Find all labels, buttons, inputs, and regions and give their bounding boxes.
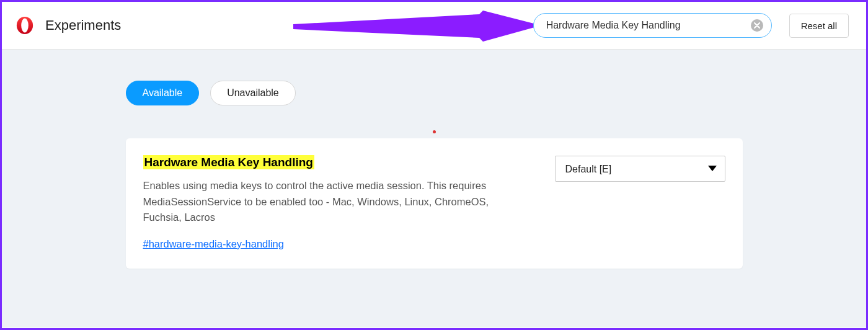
page-title: Experiments <box>45 17 121 33</box>
search-input[interactable] <box>533 13 772 38</box>
svg-point-1 <box>21 19 29 33</box>
tab-unavailable[interactable]: Unavailable <box>210 81 296 105</box>
annotation-dot-icon <box>433 130 436 133</box>
flag-state-select[interactable]: Default [E] <box>555 156 725 182</box>
flag-card: Hardware Media Key Handling Enables usin… <box>126 138 743 269</box>
svg-marker-2 <box>293 11 541 42</box>
flag-description: Enables using media keys to control the … <box>143 178 528 226</box>
header: Experiments Reset all <box>2 2 866 50</box>
reset-all-button[interactable]: Reset all <box>789 14 849 38</box>
search-field-wrap <box>533 13 772 38</box>
flag-permalink[interactable]: #hardware-media-key-handling <box>143 238 284 250</box>
flag-select-wrap: Default [E] <box>555 156 725 182</box>
flag-title: Hardware Media Key Handling <box>143 155 314 169</box>
clear-search-button[interactable] <box>751 19 763 32</box>
tab-available[interactable]: Available <box>126 81 200 105</box>
arrow-annotation-icon <box>293 11 541 48</box>
content-area: Available Unavailable Hardware Media Key… <box>2 50 866 328</box>
close-icon <box>754 22 760 29</box>
tabs: Available Unavailable <box>126 81 743 105</box>
opera-logo-icon <box>16 16 34 35</box>
